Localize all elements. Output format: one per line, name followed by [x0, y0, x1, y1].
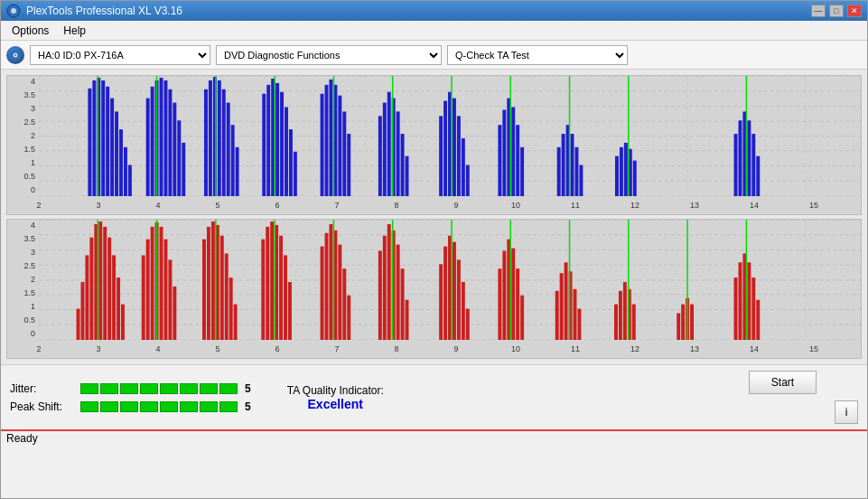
- y-label-25b: 2.5: [7, 262, 35, 270]
- svg-rect-51: [209, 80, 212, 196]
- peak-shift-label: Peak Shift:: [10, 400, 73, 413]
- x-label-b12: 12: [630, 344, 639, 353]
- svg-rect-32: [101, 80, 105, 196]
- close-button[interactable]: ✕: [847, 5, 862, 17]
- svg-rect-185: [338, 245, 341, 340]
- plextools-icon: [6, 4, 21, 18]
- menu-options[interactable]: Options: [5, 23, 56, 39]
- svg-rect-171: [234, 305, 238, 340]
- y-label-35: 3.5: [7, 91, 35, 99]
- svg-rect-160: [163, 240, 167, 340]
- svg-rect-73: [342, 111, 346, 196]
- x-label-6: 6: [275, 201, 279, 210]
- svg-rect-189: [378, 250, 382, 340]
- svg-rect-37: [124, 147, 127, 196]
- test-selector[interactable]: Q-Check TA Test: [447, 45, 628, 65]
- svg-rect-168: [220, 236, 224, 340]
- svg-rect-102: [571, 134, 574, 196]
- svg-rect-78: [387, 92, 391, 196]
- x-label-b3: 3: [96, 344, 100, 353]
- svg-rect-179: [288, 282, 292, 340]
- svg-rect-74: [347, 134, 350, 196]
- svg-rect-108: [624, 143, 628, 196]
- svg-rect-80: [397, 111, 400, 196]
- svg-rect-59: [262, 94, 266, 196]
- y-label-35b: 3.5: [7, 235, 35, 243]
- svg-rect-48: [182, 143, 185, 196]
- svg-rect-106: [615, 156, 619, 196]
- svg-rect-30: [92, 80, 96, 196]
- svg-rect-164: [202, 240, 206, 340]
- svg-rect-233: [747, 262, 751, 340]
- function-selector[interactable]: DVD Diagnostic Functions: [216, 45, 442, 65]
- svg-rect-112: [734, 134, 738, 196]
- x-label-b13: 13: [690, 344, 699, 353]
- x-label-5: 5: [215, 201, 219, 210]
- svg-rect-44: [163, 80, 167, 196]
- bottom-chart-x-axis: 2 3 4 5 6 7 8 9 10 11 12 13 14 15: [39, 340, 861, 358]
- top-chart-x-axis: 2 3 4 5 6 7 8 9 10 11 12 13 14 15: [39, 196, 861, 214]
- start-button[interactable]: Start: [749, 371, 817, 394]
- svg-rect-174: [266, 227, 269, 340]
- svg-rect-186: [342, 268, 346, 340]
- svg-rect-156: [146, 240, 150, 340]
- jitter-metric: Jitter: 5: [10, 382, 251, 395]
- svg-rect-216: [574, 289, 577, 340]
- svg-rect-170: [229, 278, 233, 340]
- svg-rect-47: [177, 120, 181, 196]
- x-label-b8: 8: [394, 344, 398, 353]
- svg-rect-182: [325, 233, 329, 340]
- svg-rect-166: [211, 221, 215, 340]
- svg-rect-60: [266, 85, 270, 196]
- svg-rect-183: [329, 224, 332, 340]
- maximize-button[interactable]: □: [829, 5, 844, 17]
- drive-selector[interactable]: HA:0 ID:0 PX-716A: [30, 45, 210, 65]
- svg-rect-151: [112, 255, 116, 340]
- svg-rect-144: [80, 282, 84, 340]
- svg-rect-41: [151, 87, 154, 196]
- ps-bar-4: [140, 401, 158, 412]
- svg-rect-70: [329, 80, 332, 196]
- x-label-b4: 4: [155, 344, 160, 353]
- svg-rect-148: [98, 221, 102, 340]
- jitter-bar-1: [80, 383, 98, 394]
- menu-help[interactable]: Help: [56, 23, 93, 39]
- svg-rect-175: [270, 221, 274, 340]
- svg-rect-107: [620, 147, 623, 196]
- y-label-2: 2: [7, 132, 35, 140]
- svg-rect-194: [401, 268, 405, 340]
- y-label-4: 4: [7, 78, 35, 86]
- jitter-bar: [80, 383, 238, 394]
- x-label-b7: 7: [334, 344, 339, 353]
- svg-rect-53: [218, 80, 221, 196]
- jitter-bar-4: [140, 383, 158, 394]
- svg-rect-77: [383, 103, 387, 196]
- y-label-0b: 0: [7, 330, 35, 338]
- svg-rect-65: [289, 129, 293, 196]
- svg-rect-221: [623, 282, 627, 340]
- svg-rect-54: [222, 89, 226, 196]
- svg-rect-197: [439, 264, 443, 340]
- svg-rect-208: [511, 249, 515, 340]
- info-button[interactable]: i: [835, 400, 858, 424]
- svg-rect-76: [378, 116, 382, 196]
- svg-rect-202: [462, 282, 465, 340]
- x-label-7: 7: [334, 201, 339, 210]
- svg-rect-88: [457, 116, 461, 196]
- svg-rect-63: [280, 92, 284, 196]
- svg-rect-62: [275, 83, 279, 196]
- svg-rect-210: [520, 296, 524, 340]
- x-label-11: 11: [571, 201, 580, 210]
- svg-rect-55: [227, 103, 230, 196]
- svg-rect-214: [565, 262, 568, 340]
- svg-rect-64: [285, 107, 288, 196]
- bottom-chart: 4 3.5 3 2.5 2 1.5 1 0.5 0: [6, 219, 862, 359]
- svg-rect-173: [261, 240, 265, 340]
- svg-rect-195: [406, 300, 409, 340]
- svg-rect-223: [632, 305, 636, 340]
- minimize-button[interactable]: —: [811, 5, 826, 17]
- jitter-value: 5: [245, 382, 251, 395]
- ps-bar-2: [100, 401, 118, 412]
- svg-rect-104: [579, 165, 583, 196]
- svg-point-4: [14, 54, 16, 56]
